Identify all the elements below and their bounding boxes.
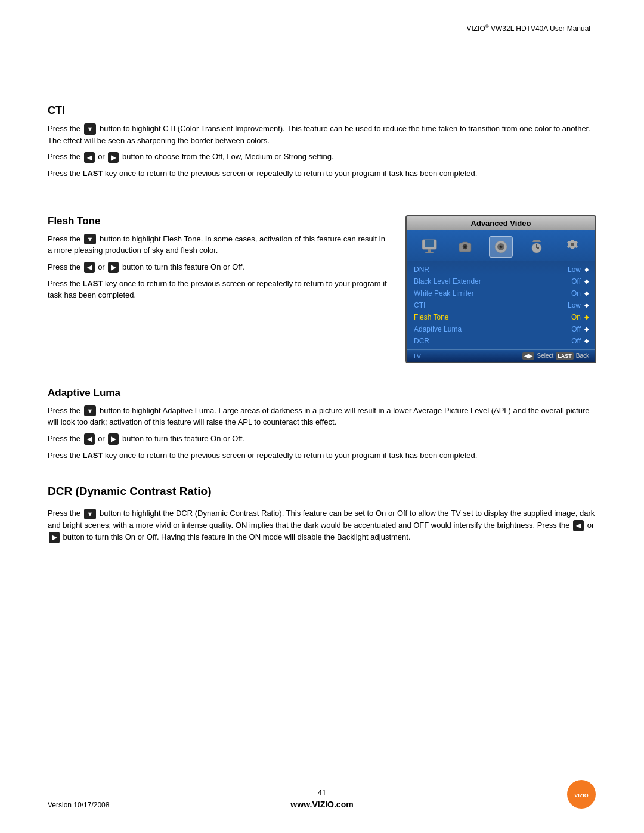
tv-menu-row-wpl: White Peak Limiter On ◆ — [407, 287, 595, 299]
tv-footer-controls: ◀▶ Select LAST Back — [522, 352, 589, 360]
right-icon-dcr: ▶ — [49, 532, 60, 543]
tv-menu-row-dcr: DCR Off ◆ — [407, 335, 595, 347]
down-icon-dcr: ▼ — [84, 509, 97, 520]
tv-menu-footer: TV ◀▶ Select LAST Back — [407, 349, 595, 362]
svg-point-9 — [500, 246, 501, 247]
down-arrow-icon: ▼ — [84, 123, 97, 135]
flesh-tone-para-2: Press the ◀ or ▶ button to turn this fea… — [48, 261, 388, 273]
adaptive-luma-para-2: Press the ◀ or ▶ button to turn this fea… — [48, 433, 596, 445]
header-brand: VIZIO® VW32L HDTV40A User Manual — [466, 24, 590, 33]
left-icon-dcr: ◀ — [573, 520, 584, 531]
page: VIZIO® VW32L HDTV40A User Manual CTI Pre… — [0, 0, 644, 833]
page-header: VIZIO® VW32L HDTV40A User Manual — [48, 24, 596, 33]
tv-icon-audio — [489, 236, 513, 258]
select-label: Select — [537, 352, 553, 359]
footer-url: www.VIZIO.com — [290, 800, 353, 809]
flesh-tone-para-1: Press the ▼ button to highlight Flesh To… — [48, 233, 388, 256]
cti-para-1: Press the ▼ button to highlight CTI (Col… — [48, 123, 596, 146]
svg-rect-1 — [425, 240, 434, 247]
footer-version: Version 10/17/2008 — [48, 801, 109, 809]
svg-point-5 — [464, 245, 467, 248]
dcr-title: DCR (Dynamic Contrast Ratio) — [48, 485, 596, 498]
tv-icon-settings — [561, 236, 584, 258]
tv-icon-display — [417, 236, 441, 258]
svg-rect-2 — [428, 249, 431, 252]
left-btn-icon: ◀ — [84, 262, 95, 273]
flesh-tone-text: Flesh Tone Press the ▼ button to highlig… — [48, 215, 388, 306]
right-icon-adaptive: ▶ — [108, 433, 119, 445]
tv-footer-label: TV — [413, 352, 421, 360]
down-btn-icon: ▼ — [84, 234, 97, 245]
tv-menu-row-cti: CTI Low ◆ — [407, 299, 595, 311]
flesh-tone-para-3: Press the LAST key once to return to the… — [48, 278, 388, 301]
tv-menu-icons — [407, 230, 595, 261]
cti-para-3: Press the LAST key once to return to the… — [48, 168, 596, 179]
tv-icon-timer — [525, 236, 549, 258]
svg-text:VIZIO: VIZIO — [574, 792, 589, 798]
right-btn-icon: ▶ — [108, 262, 119, 273]
dcr-section: DCR (Dynamic Contrast Ratio) Press the ▼… — [48, 485, 596, 543]
svg-rect-3 — [425, 252, 434, 253]
tv-menu-row-dnr: DNR Low ◆ — [407, 264, 595, 275]
tv-menu-row-adaptive: Adaptive Luma Off ◆ — [407, 323, 595, 335]
cti-para-2: Press the ◀ or ▶ button to choose from t… — [48, 151, 596, 163]
last-btn-icon: LAST — [556, 352, 574, 360]
svg-point-13 — [571, 243, 574, 246]
adaptive-luma-para-3: Press the LAST key once to return to the… — [48, 450, 596, 462]
cti-title: CTI — [48, 104, 596, 117]
adaptive-luma-title: Adaptive Luma — [48, 387, 596, 399]
adaptive-luma-para-1: Press the ▼ button to highlight Adaptive… — [48, 405, 596, 428]
dcr-para-1: Press the ▼ button to highlight the DCR … — [48, 507, 596, 543]
down-icon-adaptive: ▼ — [84, 405, 97, 417]
left-icon-adaptive: ◀ — [84, 433, 95, 445]
right-arrow-icon: ▶ — [108, 152, 119, 163]
tv-menu-row-ble: Black Level Extender Off ◆ — [407, 275, 595, 287]
page-footer: Version 10/17/2008 41 www.VIZIO.com VIZI… — [48, 788, 596, 809]
tv-icon-camera — [453, 236, 477, 258]
back-label: Back — [576, 352, 589, 359]
footer-page-number: 41 — [318, 788, 326, 797]
flesh-tone-section: Flesh Tone Press the ▼ button to highlig… — [48, 215, 596, 363]
tv-menu: Advanced Video — [405, 215, 596, 363]
left-arrow-icon: ◀ — [84, 152, 95, 163]
tv-menu-title: Advanced Video — [407, 216, 595, 230]
adaptive-luma-section: Adaptive Luma Press the ▼ button to high… — [48, 387, 596, 462]
vizio-logo: VIZIO — [566, 779, 596, 809]
select-btn-icon: ◀▶ — [522, 352, 534, 360]
tv-menu-rows: DNR Low ◆ Black Level Extender Off ◆ Whi… — [407, 261, 595, 347]
tv-menu-row-flesh: Flesh Tone On ◆ — [407, 311, 595, 323]
cti-body: Press the ▼ button to highlight CTI (Col… — [48, 123, 596, 179]
flesh-tone-title: Flesh Tone — [48, 215, 388, 227]
cti-section: CTI Press the ▼ button to highlight CTI … — [48, 104, 596, 179]
